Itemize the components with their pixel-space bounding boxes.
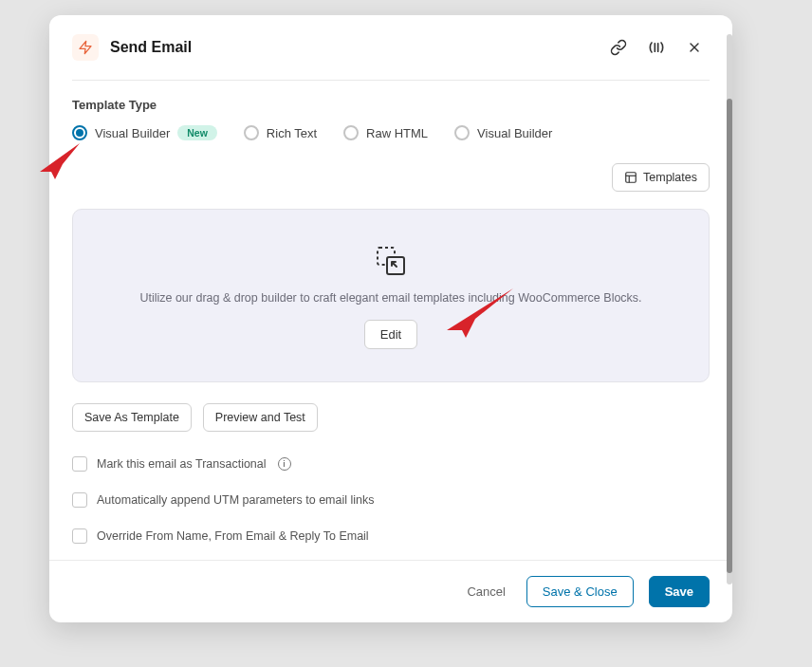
radio-label: Rich Text <box>267 126 317 140</box>
preview-and-test-button[interactable]: Preview and Test <box>203 403 318 432</box>
checkbox-label: Automatically append UTM parameters to e… <box>97 493 374 507</box>
builder-box: Utilize our drag & drop builder to craft… <box>72 209 710 382</box>
svg-marker-0 <box>80 41 91 53</box>
modal-footer: Cancel Save & Close Save <box>49 560 732 622</box>
action-row: Save As Template Preview and Test <box>72 403 710 432</box>
info-icon[interactable]: i <box>278 457 291 471</box>
radio-icon <box>343 125 359 140</box>
modal-content: Template Type Visual Builder New Rich Te… <box>49 81 732 560</box>
edit-button[interactable]: Edit <box>364 320 417 349</box>
checkbox-override-from[interactable]: Override From Name, From Email & Reply T… <box>72 528 710 544</box>
save-and-close-button[interactable]: Save & Close <box>526 576 634 607</box>
modal-header: Send Email <box>49 15 732 68</box>
checkbox-icon <box>72 456 87 472</box>
lightning-icon <box>72 34 99 61</box>
builder-description: Utilize our drag & drop builder to craft… <box>96 291 686 305</box>
link-icon[interactable] <box>607 36 630 59</box>
checkbox-icon <box>72 492 87 508</box>
radio-icon <box>244 125 259 140</box>
radio-label: Raw HTML <box>366 126 428 140</box>
template-type-radios: Visual Builder New Rich Text Raw HTML Vi… <box>72 125 710 140</box>
send-email-modal: Send Email Template Type Visual Builder … <box>49 15 732 622</box>
checkbox-label: Override From Name, From Email & Reply T… <box>97 529 369 543</box>
checkbox-label: Mark this email as Transactional <box>97 457 267 471</box>
radio-icon <box>454 125 470 140</box>
templates-button[interactable]: Templates <box>612 163 710 192</box>
merge-tags-icon[interactable] <box>645 36 668 59</box>
checkbox-utm[interactable]: Automatically append UTM parameters to e… <box>72 492 710 508</box>
radio-visual-builder-2[interactable]: Visual Builder <box>454 125 552 140</box>
templates-button-label: Templates <box>643 171 697 184</box>
radio-raw-html[interactable]: Raw HTML <box>343 125 428 140</box>
radio-visual-builder[interactable]: Visual Builder New <box>72 125 217 140</box>
cancel-button[interactable]: Cancel <box>461 577 510 606</box>
radio-rich-text[interactable]: Rich Text <box>244 125 317 140</box>
checkbox-icon <box>72 528 87 544</box>
save-button[interactable]: Save <box>649 576 710 607</box>
close-icon[interactable] <box>683 36 706 59</box>
checkbox-transactional[interactable]: Mark this email as Transactional i <box>72 456 710 472</box>
radio-label: Visual Builder <box>477 126 552 140</box>
template-type-label: Template Type <box>72 98 710 112</box>
radio-icon <box>72 125 87 140</box>
radio-label: Visual Builder <box>95 126 170 140</box>
save-as-template-button[interactable]: Save As Template <box>72 403 192 432</box>
templates-row: Templates <box>72 163 710 192</box>
templates-icon <box>624 171 637 184</box>
svg-rect-5 <box>626 173 637 183</box>
new-badge: New <box>177 125 217 140</box>
modal-title: Send Email <box>110 39 592 56</box>
builder-icon <box>374 244 408 278</box>
scrollbar-thumb[interactable] <box>727 99 732 573</box>
